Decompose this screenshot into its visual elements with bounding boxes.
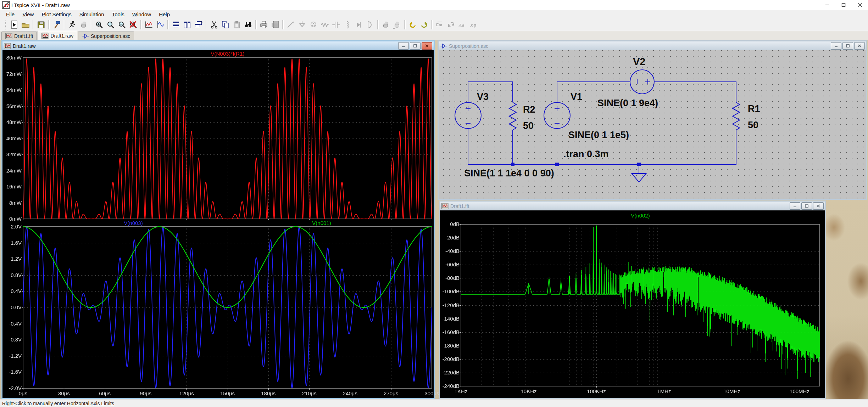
toolbar-open-file-icon[interactable]: [20, 19, 31, 30]
voltage-source-v2[interactable]: [630, 70, 654, 94]
r1-ref-label[interactable]: R1: [748, 103, 760, 114]
close-button[interactable]: [852, 0, 868, 10]
fft-plot-client[interactable]: V(n002) 0dB-20dB-40dB-60dB-80dB-100dB-12…: [440, 210, 825, 398]
menu-item-plot-settings[interactable]: Plot Settings: [38, 10, 75, 18]
pane2-y-tick-label: -1.2V: [2, 353, 22, 359]
schematic-restore-button[interactable]: [842, 42, 853, 50]
toolbar-grip[interactable]: [5, 20, 6, 29]
v2-ref-label[interactable]: V2: [633, 56, 645, 68]
toolbar-zoom-fit-icon[interactable]: [128, 19, 139, 30]
fft-close-button[interactable]: [813, 202, 824, 210]
pane2-trace2-legend[interactable]: V(n001): [312, 220, 331, 226]
fft-minimize-button[interactable]: [790, 202, 800, 210]
r2-ref-label[interactable]: R2: [523, 104, 535, 115]
toolbar-paste-icon[interactable]: [232, 19, 242, 30]
waveform-plot-canvas[interactable]: [2, 50, 434, 398]
toolbar-move-icon[interactable]: [380, 19, 391, 30]
resistor-r1[interactable]: [733, 102, 740, 130]
pane1-y-tick-label: 16mW: [2, 183, 22, 190]
waveform-plot-client[interactable]: V(N003)*I(R1) V(n003) V(n001) 80mW72mW64…: [2, 50, 434, 398]
pane1-trace-legend[interactable]: V(N003)*I(R1): [211, 51, 244, 57]
toolbar-find-icon[interactable]: [243, 19, 254, 30]
raw-window-title-bar[interactable]: Draft1.raw: [2, 41, 434, 50]
toolbar-separator: [140, 20, 142, 29]
v1-value-label[interactable]: SINE(0 1 1e5): [568, 130, 629, 141]
schematic-window-title-bar[interactable]: Superposition.asc: [439, 41, 866, 50]
menu-item-simulation[interactable]: Simulation: [76, 10, 108, 18]
schematic-minimize-button[interactable]: [831, 42, 841, 50]
tab-bar: Draft1.fftDraft1.rawSuperposition.asc: [0, 31, 868, 40]
tran-directive-label[interactable]: .tran 0.3m: [563, 149, 609, 160]
fft-window-title-bar[interactable]: Draft1.fft: [440, 202, 825, 210]
menu-item-tools[interactable]: Tools: [108, 10, 128, 18]
tab-draft1-fft[interactable]: Draft1.fft: [1, 32, 37, 40]
toolbar-place-net-label-icon[interactable]: [308, 19, 319, 30]
pane1-y-tick-label: 80mW: [2, 55, 22, 61]
raw-close-button[interactable]: [422, 42, 432, 50]
toolbar-place-inductor-icon[interactable]: [342, 19, 353, 30]
v3-value-label[interactable]: SINE(1 1 1e4 0 0 90): [464, 168, 554, 179]
toolbar-cascade-windows-icon[interactable]: [193, 19, 204, 30]
raw-restore-button[interactable]: [410, 42, 421, 50]
r1-value-label[interactable]: 50: [748, 120, 758, 131]
toolbar-drag-icon[interactable]: [392, 19, 402, 30]
toolbar-place-diode-icon[interactable]: [354, 19, 364, 30]
menu-item-view[interactable]: View: [18, 10, 38, 18]
toolbar-copy-icon[interactable]: [220, 19, 231, 30]
toolbar-plot-settings-icon[interactable]: [155, 19, 166, 30]
node-junction: [555, 163, 559, 166]
menu-item-window[interactable]: Window: [128, 10, 155, 18]
toolbar-separator: [206, 20, 207, 29]
ground-symbol[interactable]: [632, 174, 646, 182]
toolbar-place-ground-icon[interactable]: [297, 19, 307, 30]
fft-restore-button[interactable]: [801, 202, 812, 210]
resistor-r2[interactable]: [509, 102, 516, 130]
toolbar-tile-horizontal-icon[interactable]: [171, 19, 181, 30]
pane2-trace1-legend[interactable]: V(n003): [124, 220, 143, 226]
toolbar-place-capacitor-icon[interactable]: [331, 19, 341, 30]
toolbar-zoom-back-icon[interactable]: [105, 19, 116, 30]
wires[interactable]: [468, 82, 736, 174]
toolbar-print-preview-icon[interactable]: [270, 19, 280, 30]
v3-ref-label[interactable]: V3: [477, 91, 489, 102]
maximize-button[interactable]: [835, 0, 852, 10]
fft-trace-legend[interactable]: V(n002): [631, 213, 650, 219]
toolbar-autorange-y-axis-icon[interactable]: [144, 19, 154, 30]
v1-ref-label[interactable]: V1: [571, 91, 582, 102]
fft-plot-canvas[interactable]: [440, 210, 825, 398]
menu-item-file[interactable]: File: [2, 10, 18, 18]
tab-superposition-asc[interactable]: Superposition.asc: [78, 32, 134, 40]
close-icon: [858, 3, 862, 7]
toolbar-run-simulation-icon[interactable]: [67, 19, 78, 30]
menu-item-help[interactable]: Help: [155, 10, 174, 18]
schematic-canvas[interactable]: V3V1V2SINE(0 1 9e4)R250SINE(0 1 1e5).tra…: [439, 50, 866, 199]
toolbar-control-panel-icon[interactable]: [51, 19, 62, 30]
toolbar-new-schematic-icon[interactable]: [9, 19, 20, 30]
toolbar-spice-directive-icon[interactable]: [468, 19, 479, 30]
v2-value-label[interactable]: SINE(0 1 9e4): [597, 98, 658, 109]
r2-value-label[interactable]: 50: [523, 120, 534, 131]
toolbar-rotate-icon[interactable]: [446, 19, 456, 30]
toolbar-zoom-in-icon[interactable]: [94, 19, 105, 30]
schematic-close-button[interactable]: [854, 42, 865, 50]
minimize-button[interactable]: [819, 0, 835, 10]
toolbar-place-text-icon[interactable]: [457, 19, 468, 30]
toolbar-place-resistor-icon[interactable]: [319, 19, 330, 30]
raw-minimize-button[interactable]: [398, 42, 409, 50]
toolbar: [0, 18, 868, 31]
toolbar-undo-icon[interactable]: [407, 19, 418, 30]
waveform-window-icon: [4, 43, 11, 49]
toolbar-place-component-icon[interactable]: [365, 19, 375, 30]
toolbar-mirror-icon[interactable]: [434, 19, 445, 30]
toolbar-halt-simulation-icon[interactable]: [78, 19, 89, 30]
toolbar-print-icon[interactable]: [258, 19, 269, 30]
toolbar-save-icon[interactable]: [36, 19, 46, 30]
toolbar-zoom-out-icon[interactable]: [117, 19, 127, 30]
toolbar-draw-wire-icon[interactable]: [285, 19, 296, 30]
toolbar-redo-icon[interactable]: [419, 19, 429, 30]
toolbar-cut-icon[interactable]: [209, 19, 219, 30]
tab-draft1-raw[interactable]: Draft1.raw: [38, 31, 77, 40]
fft-freq-tick-label: 100MHz: [788, 388, 812, 394]
toolbar-tile-vertical-icon[interactable]: [182, 19, 193, 30]
main-title-bar[interactable]: LTspice XVII - Draft1.raw: [0, 0, 868, 10]
